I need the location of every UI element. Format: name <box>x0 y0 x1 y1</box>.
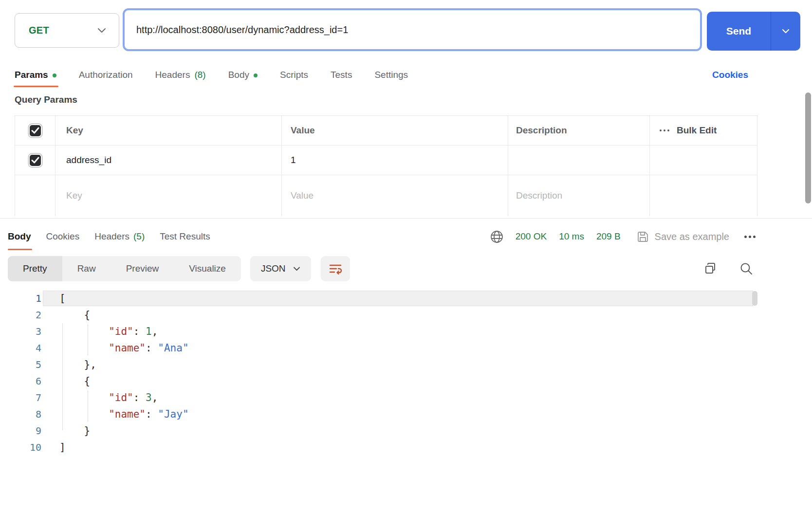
code-scrollbar-thumb[interactable] <box>752 291 757 306</box>
code-line: 1[ <box>0 290 812 307</box>
view-mode-raw[interactable]: Raw <box>62 256 111 281</box>
code-text: } <box>59 425 90 437</box>
method-label: GET <box>29 25 49 36</box>
code-lines: 1[2 {3 "id": 1,4 "name": "Ana"5 },6 {7 "… <box>0 290 812 456</box>
request-tabs: Params Authorization Headers (8) Body Sc… <box>15 63 748 87</box>
code-text: "id": 3, <box>59 392 158 404</box>
modified-dot <box>254 73 258 77</box>
param-description-cell[interactable] <box>508 146 650 175</box>
tab-settings[interactable]: Settings <box>374 70 408 80</box>
column-header-key: Key <box>55 116 282 145</box>
select-all-checkbox[interactable] <box>29 124 42 137</box>
params-header-row: Key Value Description Bulk Edit <box>15 116 757 146</box>
send-split-button: Send <box>707 12 800 51</box>
param-key-placeholder[interactable]: Key <box>55 175 282 216</box>
tab-scripts[interactable]: Scripts <box>280 70 308 80</box>
tab-body[interactable]: Body <box>228 70 258 80</box>
toolbar-right-icons <box>703 261 754 276</box>
url-input-wrapper <box>123 8 702 51</box>
line-number: 5 <box>0 359 41 370</box>
param-description-placeholder[interactable]: Description <box>508 175 650 216</box>
save-as-example-label: Save as example <box>655 231 729 242</box>
response-status-cluster: 200 OK 10 ms 209 B Save as example <box>490 230 756 243</box>
modified-dot <box>53 73 56 77</box>
window-scrollbar-thumb[interactable] <box>805 92 811 203</box>
response-headers-count: (5) <box>133 231 145 242</box>
column-header-value: Value <box>282 116 508 145</box>
format-dropdown[interactable]: JSON <box>250 256 311 281</box>
tab-label: Headers <box>155 70 190 80</box>
chevron-down-icon <box>782 29 790 34</box>
code-line: 2 { <box>0 307 812 323</box>
response-tab-headers[interactable]: Headers (5) <box>94 231 145 242</box>
view-mode-pretty[interactable]: Pretty <box>8 256 62 281</box>
tab-params[interactable]: Params <box>15 70 56 80</box>
response-tab-body[interactable]: Body <box>8 231 31 242</box>
wrap-lines-icon <box>328 262 343 275</box>
code-text: "id": 1, <box>59 326 158 337</box>
app-window: GET Send Params Authorization Headers (8… <box>0 0 812 514</box>
bulk-edit-button[interactable]: Bulk Edit <box>677 125 717 136</box>
view-mode-visualize[interactable]: Visualize <box>174 256 241 281</box>
param-value-placeholder[interactable]: Value <box>282 175 508 216</box>
view-mode-segmented-control: Pretty Raw Preview Visualize <box>8 256 241 281</box>
response-body-code[interactable]: 1[2 {3 "id": 1,4 "name": "Ana"5 },6 {7 "… <box>0 290 812 456</box>
copy-response-icon[interactable] <box>703 261 718 276</box>
response-tab-cookies[interactable]: Cookies <box>46 231 80 242</box>
tab-label: Authorization <box>79 70 133 80</box>
code-line: 4 "name": "Ana" <box>0 340 812 356</box>
send-button[interactable]: Send <box>707 12 771 51</box>
response-tab-test-results[interactable]: Test Results <box>160 231 210 242</box>
line-number: 4 <box>0 342 41 354</box>
response-tabs: Body Cookies Headers (5) Test Results <box>8 231 210 242</box>
tab-label: Tests <box>331 70 352 80</box>
chevron-down-icon <box>97 28 106 33</box>
code-text: "name": "Ana" <box>59 342 189 354</box>
line-number: 7 <box>0 392 41 404</box>
param-key-cell[interactable]: address_id <box>55 146 282 175</box>
line-number: 9 <box>0 425 41 437</box>
response-header: Body Cookies Headers (5) Test Results <box>8 219 756 255</box>
tab-label: Headers <box>94 231 129 242</box>
column-header-description: Description <box>508 116 650 145</box>
search-response-icon[interactable] <box>739 261 754 276</box>
code-line: 9 } <box>0 422 812 439</box>
method-dropdown[interactable]: GET <box>15 13 119 48</box>
query-params-table: Key Value Description Bulk Edit address_… <box>15 115 757 216</box>
tab-label: Settings <box>374 70 408 80</box>
headers-count: (8) <box>194 70 205 80</box>
param-value-cell[interactable]: 1 <box>282 146 508 175</box>
tab-label: Body <box>8 231 31 242</box>
response-more-options-icon[interactable] <box>744 236 756 238</box>
param-row: address_id 1 <box>15 146 757 175</box>
tab-label: Body <box>228 70 249 80</box>
wrap-lines-button[interactable] <box>321 256 350 281</box>
line-number: 8 <box>0 408 41 420</box>
status-code[interactable]: 200 OK <box>516 231 547 242</box>
status-time[interactable]: 10 ms <box>559 231 584 242</box>
send-options-button[interactable] <box>771 12 800 51</box>
code-text: [ <box>59 293 66 304</box>
param-placeholder-row: Key Value Description <box>15 175 757 216</box>
column-options-icon[interactable] <box>660 129 669 131</box>
tab-headers[interactable]: Headers (8) <box>155 70 206 80</box>
view-mode-preview[interactable]: Preview <box>111 256 174 281</box>
save-as-example-button[interactable]: Save as example <box>637 231 729 243</box>
tab-authorization[interactable]: Authorization <box>79 70 133 80</box>
code-line: 7 "id": 3, <box>0 389 812 406</box>
code-text: { <box>59 375 90 387</box>
code-text: ] <box>59 441 66 453</box>
url-input[interactable] <box>125 10 700 49</box>
param-checkbox[interactable] <box>29 154 42 167</box>
tab-label: Scripts <box>280 70 308 80</box>
response-toolbar: Pretty Raw Preview Visualize JSON <box>8 255 754 282</box>
cookies-link[interactable]: Cookies <box>712 70 748 80</box>
status-size[interactable]: 209 B <box>596 231 621 242</box>
line-number: 10 <box>0 441 41 453</box>
code-line: 10] <box>0 439 812 456</box>
tab-tests[interactable]: Tests <box>331 70 352 80</box>
code-line: 6 { <box>0 373 812 389</box>
code-text: }, <box>59 359 96 370</box>
line-number: 2 <box>0 309 41 321</box>
network-globe-icon[interactable] <box>490 230 503 243</box>
